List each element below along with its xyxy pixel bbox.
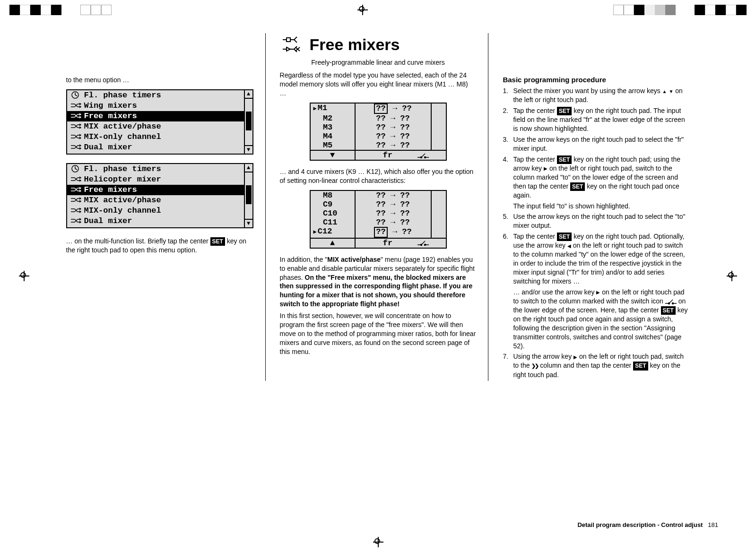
scroll-up-icon[interactable]: ▲ bbox=[245, 90, 252, 99]
menu-list-1: Fl. phase timersWing mixersFree mixersMI… bbox=[66, 89, 253, 155]
table-row: C12?? → ?? bbox=[311, 227, 446, 238]
menu-item[interactable]: Free mixers bbox=[67, 111, 244, 121]
set-key-badge: SET bbox=[210, 237, 225, 246]
scroll-up-icon[interactable]: ▲ bbox=[245, 164, 252, 172]
procedure-step: Select the mixer you want by using the a… bbox=[503, 86, 690, 104]
crosshair-bottom-icon bbox=[373, 537, 383, 547]
mixer-table-2: M8?? → ?? C9?? → ?? C10?? → ?? C11?? → ?… bbox=[310, 190, 447, 249]
menu-item-label: MIX-only channel bbox=[84, 132, 161, 142]
mixer-icon bbox=[71, 195, 84, 206]
arrow-icon bbox=[596, 288, 600, 296]
procedure-heading: Basic programming procedure bbox=[503, 76, 690, 84]
menu-item-label: MIX active/phase bbox=[84, 121, 161, 132]
menu-item[interactable]: Helicopter mixer bbox=[67, 174, 244, 185]
col2-p2: … and 4 curve mixers (K9 … K12), which a… bbox=[280, 167, 477, 185]
svg-marker-71 bbox=[287, 47, 290, 51]
menu-item[interactable]: Fl. phase timers bbox=[67, 90, 244, 101]
procedure-step: Tap the center SET key on the right touc… bbox=[503, 106, 690, 133]
svg-point-79 bbox=[420, 156, 422, 158]
table-row: M3?? → ?? bbox=[311, 123, 446, 132]
switch-icon bbox=[665, 297, 677, 305]
table-row: M4?? → ?? bbox=[311, 132, 446, 141]
menu-item[interactable]: Dual mixer bbox=[67, 142, 244, 153]
menu-item-label: MIX active/phase bbox=[84, 195, 161, 206]
crosshair-right-icon bbox=[727, 271, 737, 281]
mixer-icon bbox=[71, 111, 84, 121]
procedure-step: Using the arrow key on the left or right… bbox=[503, 352, 690, 379]
arrow-icon bbox=[531, 362, 538, 369]
menu-item[interactable]: Dual mixer bbox=[67, 216, 244, 226]
scroll-thumb[interactable] bbox=[246, 112, 252, 130]
crosshair-icon bbox=[357, 5, 368, 15]
menu-list-2: Fl. phase timersHelicopter mixerFree mix… bbox=[66, 163, 253, 228]
procedure-list: Select the mixer you want by using the a… bbox=[503, 86, 690, 379]
arrow-icon bbox=[662, 87, 667, 95]
mixer-icon bbox=[71, 121, 84, 132]
menu-item-label: Fl. phase timers bbox=[84, 90, 161, 101]
col2-p1: Regardless of the model type you have se… bbox=[280, 71, 477, 98]
mixer-icon bbox=[71, 206, 84, 216]
set-key-badge: SET bbox=[557, 155, 572, 164]
mixer-icon bbox=[71, 216, 84, 226]
switch-icon bbox=[417, 239, 429, 248]
menu-item[interactable]: Fl. phase timers bbox=[67, 164, 244, 174]
table-row: M1?? → ?? bbox=[311, 104, 446, 114]
table-row: C11?? → ?? bbox=[311, 218, 446, 227]
table-row: M5?? → ?? bbox=[311, 141, 446, 150]
svg-line-35 bbox=[75, 169, 77, 170]
menu-item-label: Dual mixer bbox=[84, 142, 132, 153]
page-footer: Detail program description - Control adj… bbox=[577, 521, 718, 528]
svg-line-2 bbox=[75, 95, 77, 96]
svg-rect-67 bbox=[287, 38, 290, 42]
column-2: Free mixers Freely-programmable linear a… bbox=[280, 33, 489, 381]
table-row: M8?? → ?? bbox=[311, 191, 446, 200]
mixer-icon bbox=[71, 132, 84, 142]
procedure-step: Tap the center SET key on the right touc… bbox=[503, 232, 690, 350]
mixer-icon bbox=[71, 185, 84, 195]
svg-line-68 bbox=[294, 37, 297, 40]
menu-item[interactable]: Wing mixers bbox=[67, 101, 244, 111]
arrow-icon bbox=[567, 242, 571, 249]
table-footer: ▼fr bbox=[311, 150, 446, 160]
menu-item-label: Dual mixer bbox=[84, 216, 132, 226]
col1-lead: to the menu option … bbox=[66, 76, 253, 85]
col1-outro: … on the multi-function list. Briefly ta… bbox=[66, 237, 253, 255]
clock-icon bbox=[71, 164, 84, 174]
table-footer: ▲fr bbox=[311, 238, 446, 248]
procedure-step: Tap the center SET key on the right touc… bbox=[503, 155, 690, 211]
switch-icon bbox=[417, 151, 429, 160]
mixer-icon bbox=[71, 174, 84, 185]
scrollbar[interactable]: ▲ ▼ bbox=[244, 164, 252, 227]
menu-item[interactable]: MIX-only channel bbox=[67, 206, 244, 216]
registration-marks-top bbox=[0, 5, 756, 15]
scroll-down-icon[interactable]: ▼ bbox=[245, 145, 252, 154]
menu-item[interactable]: Free mixers bbox=[67, 185, 244, 195]
menu-item-label: Helicopter mixer bbox=[84, 174, 161, 185]
menu-item[interactable]: MIX active/phase bbox=[67, 195, 244, 206]
svg-line-69 bbox=[294, 40, 297, 43]
menu-item-label: Free mixers bbox=[84, 111, 137, 121]
set-key-badge: SET bbox=[633, 362, 648, 370]
table-row: C10?? → ?? bbox=[311, 209, 446, 218]
svg-point-90 bbox=[672, 303, 673, 304]
col2-p4: In this first section, however, we will … bbox=[280, 311, 477, 356]
mixer-icon bbox=[71, 142, 84, 153]
svg-point-80 bbox=[424, 156, 426, 158]
scroll-thumb[interactable] bbox=[246, 185, 252, 204]
arrow-icon bbox=[544, 164, 547, 172]
menu-item-label: MIX-only channel bbox=[84, 206, 161, 216]
menu-item[interactable]: MIX-only channel bbox=[67, 132, 244, 142]
table-row: C9?? → ?? bbox=[311, 200, 446, 209]
menu-item-label: Free mixers bbox=[84, 185, 137, 195]
column-1: to the menu option … Fl. phase timersWin… bbox=[66, 33, 266, 381]
mixer-table-1: M1?? → ?? M2?? → ?? M3?? → ?? M4?? → ?? … bbox=[310, 103, 447, 161]
svg-point-85 bbox=[424, 244, 426, 246]
procedure-step: Use the arrow keys on the right touch pa… bbox=[503, 135, 690, 153]
scrollbar[interactable]: ▲ ▼ bbox=[244, 90, 252, 154]
set-key-badge: SET bbox=[557, 107, 572, 115]
scroll-down-icon[interactable]: ▼ bbox=[245, 219, 252, 227]
table-row: M2?? → ?? bbox=[311, 114, 446, 123]
crosshair-left-icon bbox=[19, 271, 29, 281]
menu-item[interactable]: MIX active/phase bbox=[67, 121, 244, 132]
arrow-icon bbox=[574, 353, 577, 360]
